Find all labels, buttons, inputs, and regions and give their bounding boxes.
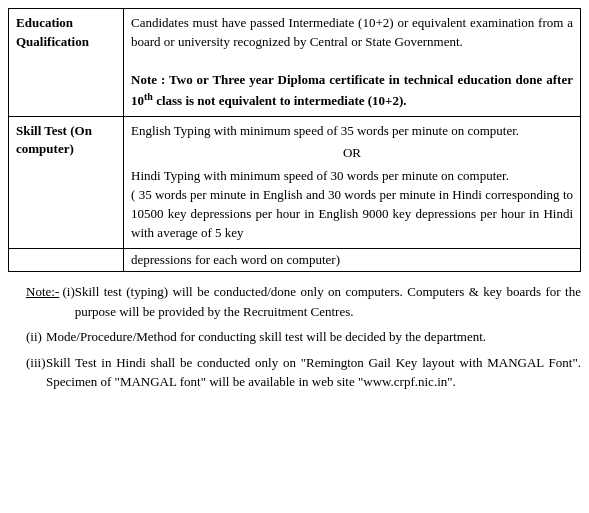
- notes-section: Note:- (i) Skill test (typing) will be c…: [8, 282, 581, 392]
- note-item-ii: (ii) Mode/Procedure/Method for conductin…: [8, 327, 581, 347]
- skill-test-content: English Typing with minimum speed of 35 …: [124, 116, 581, 248]
- qualification-table: Education Qualification Candidates must …: [8, 8, 581, 272]
- education-content: Candidates must have passed Intermediate…: [124, 9, 581, 117]
- skill-test-label: Skill Test (On computer): [9, 116, 124, 248]
- hindi-typing: Hindi Typing with minimum speed of 30 wo…: [131, 168, 509, 183]
- education-text-1: Candidates must have passed Intermediate…: [131, 15, 573, 49]
- english-typing: English Typing with minimum speed of 35 …: [131, 123, 519, 138]
- table-row: Education Qualification Candidates must …: [9, 9, 581, 117]
- table-row: Skill Test (On computer) English Typing …: [9, 116, 581, 248]
- note-text-ii: Mode/Procedure/Method for conducting ski…: [46, 327, 581, 347]
- note-item-i: Note:- (i) Skill test (typing) will be c…: [8, 282, 581, 321]
- table-row-continuation: depressions for each word on computer): [9, 248, 581, 272]
- typing-details: ( 35 words per minute in English and 30 …: [131, 187, 573, 240]
- continuation-content: depressions for each word on computer): [124, 248, 581, 272]
- empty-label: [9, 248, 124, 272]
- education-label: Education Qualification: [9, 9, 124, 117]
- note-header-label: Note:- (i): [8, 282, 75, 321]
- note-item-iii: (iii) Skill Test in Hindi shall be condu…: [8, 353, 581, 392]
- superscript-th: th: [144, 90, 153, 101]
- note-num-ii: (ii): [8, 327, 46, 347]
- note-text-iii: Skill Test in Hindi shall be conducted o…: [46, 353, 581, 392]
- note-header-text: Note:-: [26, 284, 59, 299]
- note-text-i: Skill test (typing) will be conducted/do…: [75, 282, 581, 321]
- or-divider: OR: [131, 144, 573, 163]
- education-note: Note : Two or Three year Diploma certifi…: [131, 72, 573, 108]
- note-num-iii: (iii): [8, 353, 46, 392]
